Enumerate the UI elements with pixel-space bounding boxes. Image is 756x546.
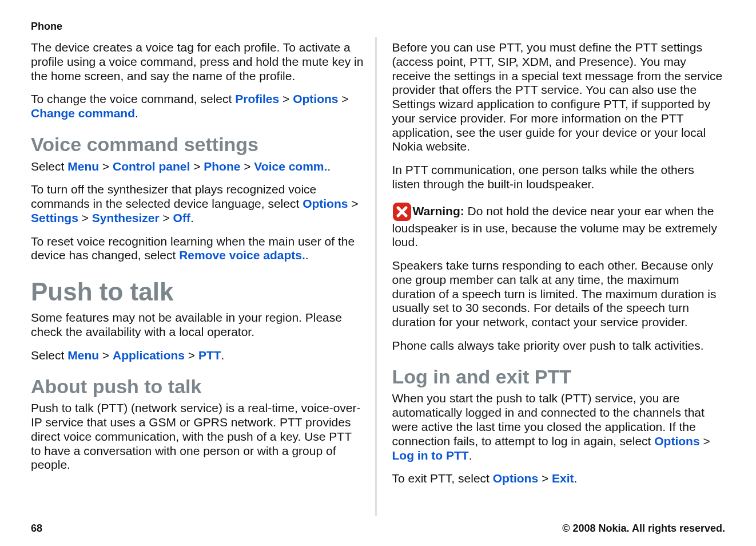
body-text: Select Menu > Applications > PTT.	[31, 349, 364, 363]
separator-gt: >	[339, 92, 349, 105]
separator-gt: >	[538, 472, 552, 485]
separator-gt: >	[240, 160, 254, 173]
body-text: To turn off the synthesizer that plays r…	[31, 183, 364, 225]
separator-gt: >	[190, 160, 204, 173]
left-column: The device creates a voice tag for each …	[31, 37, 376, 516]
ui-path-phone: Phone	[204, 160, 240, 173]
period: .	[190, 211, 194, 224]
heading-push-to-talk: Push to talk	[31, 279, 364, 305]
separator-gt: >	[348, 197, 358, 210]
period: .	[574, 472, 578, 485]
heading-voice-command-settings: Voice command settings	[31, 134, 364, 155]
ui-path-off: Off	[173, 211, 190, 224]
ui-path-options: Options	[654, 434, 699, 448]
ui-path-exit: Exit	[552, 472, 574, 485]
text: To exit PTT, select	[392, 472, 493, 485]
ui-path-menu: Menu	[67, 349, 99, 362]
separator-gt: >	[78, 211, 92, 224]
page-header: Phone	[31, 21, 725, 33]
warning-label: Warning:	[413, 204, 468, 217]
page-number: 68	[31, 523, 42, 535]
ui-path-menu: Menu	[67, 160, 99, 173]
heading-about-push-to-talk: About push to talk	[31, 377, 364, 397]
body-text: Some features may not be available in yo…	[31, 311, 364, 339]
ui-path-options: Options	[293, 92, 338, 105]
body-text: Before you can use PTT, you must define …	[392, 41, 726, 154]
body-text: Speakers take turns responding to each o…	[392, 259, 726, 330]
body-text: In PTT communication, one person talks w…	[392, 163, 726, 192]
period: .	[305, 248, 309, 262]
separator-gt: >	[700, 434, 710, 448]
body-text: To exit PTT, select Options > Exit.	[392, 472, 726, 486]
ui-path-profiles: Profiles	[235, 92, 279, 105]
ui-path-change-command: Change command	[31, 106, 135, 120]
copyright: © 2008 Nokia. All rights reserved.	[562, 523, 725, 535]
period: .	[327, 160, 331, 173]
ui-path-options: Options	[493, 472, 538, 485]
separator-gt: >	[99, 349, 113, 362]
right-column: Before you can use PTT, you must define …	[392, 37, 726, 516]
ui-path-settings: Settings	[31, 211, 78, 224]
separator-gt: >	[279, 92, 293, 105]
body-text: Phone calls always take priority over pu…	[392, 339, 726, 353]
page: Phone The device creates a voice tag for…	[0, 0, 756, 546]
period: .	[221, 349, 225, 362]
heading-log-in-exit-ptt: Log in and exit PTT	[392, 367, 726, 387]
ui-path-voice-comm: Voice comm.	[254, 160, 327, 173]
ui-path-remove-voice-adapts: Remove voice adapts.	[179, 248, 305, 262]
body-text: To change the voice command, select Prof…	[31, 92, 364, 121]
ui-path-applications: Applications	[113, 349, 185, 362]
page-footer: 68 © 2008 Nokia. All rights reserved.	[31, 523, 725, 535]
warning-block: Warning: Do not hold the device near you…	[392, 202, 726, 250]
separator-gt: >	[99, 160, 113, 173]
body-text: To reset voice recognition learning when…	[31, 235, 364, 263]
ui-path-options: Options	[303, 197, 348, 210]
separator-gt: >	[185, 349, 198, 362]
body-text: The device creates a voice tag for each …	[31, 41, 364, 83]
separator-gt: >	[160, 211, 173, 224]
ui-path-control-panel: Control panel	[113, 160, 190, 173]
text: To change the voice command, select	[31, 92, 235, 105]
warning-icon	[392, 202, 412, 221]
body-text: Select Menu > Control panel > Phone > Vo…	[31, 160, 364, 174]
period: .	[135, 106, 138, 120]
period: .	[469, 449, 472, 462]
content-columns: The device creates a voice tag for each …	[31, 37, 725, 516]
ui-path-log-in-to-ptt: Log in to PTT	[392, 449, 469, 462]
text: Select	[31, 160, 67, 173]
body-text: When you start the push to talk (PTT) se…	[392, 391, 726, 462]
ui-path-ptt: PTT	[198, 349, 221, 362]
text: Select	[31, 349, 67, 362]
text: To turn off the synthesizer that plays r…	[31, 183, 316, 210]
body-text: Push to talk (PTT) (network service) is …	[31, 401, 364, 472]
ui-path-synthesizer: Synthesizer	[92, 211, 160, 224]
